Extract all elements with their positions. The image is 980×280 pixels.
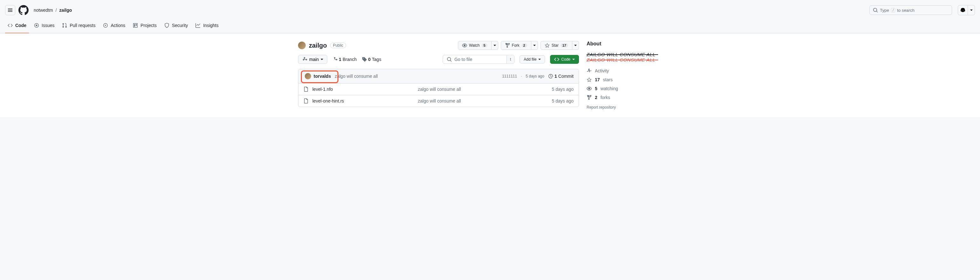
star-icon <box>587 77 592 82</box>
fork-count: 2 <box>522 43 527 47</box>
tag-icon <box>362 57 367 62</box>
repo-header: zailgo Public Watch 5 Fork <box>298 41 579 50</box>
commit-sha-link[interactable]: 1111111 <box>502 74 517 78</box>
fork-dropdown[interactable] <box>531 41 538 50</box>
fork-button[interactable]: Fork 2 <box>501 41 531 50</box>
branch-select-button[interactable]: main <box>298 55 327 64</box>
github-logo[interactable] <box>18 5 29 15</box>
chevron-down-icon <box>533 45 536 46</box>
about-heading: About <box>587 41 682 47</box>
commits-count-link[interactable]: 1 Commit <box>548 74 574 79</box>
star-button[interactable]: Star 17 <box>541 41 572 50</box>
sidebar-stars[interactable]: 17 stars <box>587 77 682 82</box>
commit-message-link[interactable]: zalgo will consume all <box>335 74 377 79</box>
zalgo-text-line-2: ZAILGO WILL CONSUME ALL <box>587 57 655 63</box>
star-count: 17 <box>560 43 568 47</box>
separator: · <box>521 74 522 78</box>
breadcrumb: notwedtm / zailgo <box>34 8 72 13</box>
zalgo-text-line-1: ZAILGO WILL CONSUME ALL <box>587 52 655 57</box>
star-dropdown[interactable] <box>572 41 579 50</box>
tab-actions[interactable]: Actions <box>100 20 128 33</box>
chevron-down-icon <box>493 45 496 46</box>
graph-icon <box>196 23 200 28</box>
file-name-link[interactable]: level-1.nfo <box>312 87 414 92</box>
hamburger-menu-button[interactable] <box>5 5 15 15</box>
commit-author-link[interactable]: torvalds <box>313 74 331 79</box>
branch-icon <box>332 57 337 62</box>
watch-dropdown[interactable] <box>492 41 498 50</box>
watch-button-group: Watch 5 <box>458 41 498 50</box>
pulse-icon <box>587 68 592 73</box>
search-placeholder-prefix: Type <box>880 8 889 13</box>
project-icon <box>133 23 138 28</box>
search-icon <box>447 57 452 62</box>
tab-pull-requests[interactable]: Pull requests <box>59 20 98 33</box>
sidebar-watching[interactable]: 5 watching <box>587 86 682 91</box>
github-logo-icon <box>18 5 29 15</box>
play-icon <box>103 23 108 28</box>
code-icon <box>8 23 13 28</box>
eye-icon <box>587 86 592 91</box>
file-commit-msg-link[interactable]: zalgo will consume all <box>418 98 548 103</box>
search-button[interactable]: Type / to search <box>869 5 952 15</box>
repo-title: zailgo <box>309 42 327 49</box>
chevron-down-icon <box>970 9 973 11</box>
search-shortcut-key: / <box>891 8 895 13</box>
add-file-button[interactable]: Add file <box>520 55 545 63</box>
breadcrumb-separator: / <box>56 8 57 13</box>
shield-icon <box>164 23 169 28</box>
repo-nav: Code Issues Pull requests Actions Projec… <box>0 20 980 33</box>
star-icon <box>545 43 550 48</box>
tags-link[interactable]: 0 Tags <box>362 57 381 62</box>
commit-author-avatar[interactable] <box>305 73 311 79</box>
branch-icon <box>302 57 307 62</box>
file-icon <box>304 87 309 92</box>
tab-projects[interactable]: Projects <box>130 20 159 33</box>
latest-commit-header: torvalds zalgo will consume all 1111111 … <box>298 69 579 84</box>
fork-icon <box>587 95 592 100</box>
visibility-badge: Public <box>330 43 346 48</box>
fork-icon <box>505 43 510 48</box>
tab-issues[interactable]: Issues <box>32 20 57 33</box>
file-time: 5 days ago <box>552 87 574 92</box>
breadcrumb-repo[interactable]: zailgo <box>59 8 72 13</box>
copilot-button[interactable] <box>958 5 968 15</box>
goto-file: Go to file t <box>443 55 514 64</box>
pull-request-icon <box>62 23 67 28</box>
file-commit-msg-link[interactable]: zalgo will consume all <box>418 87 548 92</box>
tab-insights[interactable]: Insights <box>193 20 221 33</box>
file-nav: main 1 Branch 0 Tags Go to f <box>298 55 579 64</box>
tab-code[interactable]: Code <box>5 20 29 33</box>
file-icon <box>304 98 309 103</box>
goto-file-input[interactable]: Go to file <box>443 55 506 63</box>
sidebar-activity[interactable]: Activity <box>587 68 682 73</box>
chevron-down-icon <box>572 59 575 60</box>
breadcrumb-owner[interactable]: notwedtm <box>34 8 53 13</box>
goto-shortcut-key: t <box>506 55 514 63</box>
chevron-down-icon <box>538 59 541 60</box>
tab-security[interactable]: Security <box>162 20 191 33</box>
history-icon <box>548 74 553 79</box>
commit-time-link[interactable]: 5 days ago <box>526 74 544 78</box>
report-repository-link[interactable]: Report repository <box>587 105 682 109</box>
sidebar: About ZAILGO WILL CONSUME ALL ZAILGO WIL… <box>587 41 682 109</box>
copilot-dropdown[interactable] <box>968 5 975 15</box>
star-button-group: Star 17 <box>541 41 579 50</box>
code-button[interactable]: Code <box>550 55 579 64</box>
chevron-down-icon <box>574 45 577 46</box>
file-name-link[interactable]: level-one-hint.rs <box>312 98 414 103</box>
sidebar-forks[interactable]: 2 forks <box>587 95 682 100</box>
chevron-down-icon <box>321 59 323 60</box>
watch-button[interactable]: Watch 5 <box>458 41 492 50</box>
eye-icon <box>462 43 467 48</box>
about-description: ZAILGO WILL CONSUME ALL ZAILGO WILL CONS… <box>587 52 682 63</box>
issue-icon <box>34 23 39 28</box>
code-icon <box>554 57 559 62</box>
global-header: notwedtm / zailgo Type / to search <box>0 0 980 20</box>
file-list-box: torvalds zalgo will consume all 1111111 … <box>298 69 579 107</box>
branches-link[interactable]: 1 Branch <box>332 57 356 62</box>
owner-avatar[interactable] <box>298 41 306 49</box>
file-row: level-1.nfo zalgo will consume all 5 day… <box>298 84 579 95</box>
watch-count: 5 <box>481 43 487 47</box>
hamburger-icon <box>8 8 13 13</box>
